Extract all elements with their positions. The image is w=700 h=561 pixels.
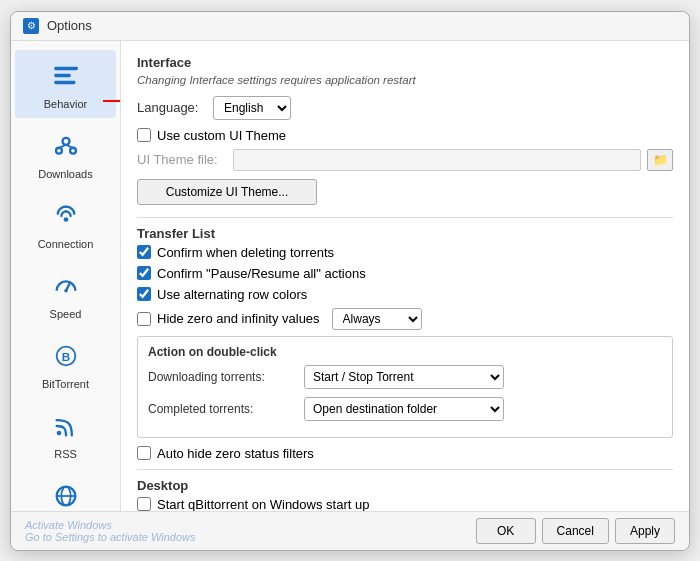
always-select[interactable]: Always Never bbox=[332, 308, 422, 330]
auto-hide-label: Auto hide zero status filters bbox=[157, 446, 314, 461]
confirm-pause-checkbox[interactable] bbox=[137, 266, 151, 280]
sidebar-item-speed[interactable]: Speed bbox=[15, 260, 116, 328]
completed-torrents-label: Completed torrents: bbox=[148, 402, 298, 416]
behavior-icon bbox=[48, 58, 84, 94]
downloading-torrents-row: Downloading torrents: Start / Stop Torre… bbox=[148, 365, 662, 389]
downloading-torrents-label: Downloading torrents: bbox=[148, 370, 298, 384]
ok-button[interactable]: OK bbox=[476, 518, 536, 544]
language-label: Language: bbox=[137, 100, 207, 115]
browse-button[interactable]: 📁 bbox=[647, 149, 673, 171]
auto-hide-row: Auto hide zero status filters bbox=[137, 446, 673, 461]
svg-point-16 bbox=[56, 430, 61, 435]
auto-hide-checkbox[interactable] bbox=[137, 446, 151, 460]
theme-file-label: UI Theme file: bbox=[137, 152, 227, 167]
alt-colors-checkbox[interactable] bbox=[137, 287, 151, 301]
svg-point-11 bbox=[63, 217, 68, 222]
confirm-pause-row: Confirm "Pause/Resume all" actions bbox=[137, 266, 673, 281]
sidebar-label-behavior: Behavior bbox=[44, 98, 87, 110]
sidebar-item-connection[interactable]: Connection bbox=[15, 190, 116, 258]
apply-button[interactable]: Apply bbox=[615, 518, 675, 544]
speed-icon bbox=[48, 268, 84, 304]
confirm-delete-checkbox[interactable] bbox=[137, 245, 151, 259]
sidebar-item-webui[interactable]: Web UI bbox=[15, 470, 116, 511]
sidebar-item-rss[interactable]: RSS bbox=[15, 400, 116, 468]
sidebar-label-speed: Speed bbox=[50, 308, 82, 320]
use-custom-theme-label: Use custom UI Theme bbox=[157, 128, 286, 143]
options-window: ⚙ Options Behavior bbox=[10, 11, 690, 551]
desktop-section-title: Desktop bbox=[137, 478, 673, 493]
svg-point-6 bbox=[62, 137, 69, 144]
sidebar-label-connection: Connection bbox=[38, 238, 94, 250]
svg-point-13 bbox=[64, 288, 68, 292]
sidebar-label-rss: RSS bbox=[54, 448, 77, 460]
customize-theme-button[interactable]: Customize UI Theme... bbox=[137, 179, 317, 205]
bottom-bar: Activate WindowsGo to Settings to activa… bbox=[11, 511, 689, 550]
svg-line-10 bbox=[66, 144, 73, 147]
window-title: Options bbox=[47, 18, 92, 33]
watermark-text: Activate WindowsGo to Settings to activa… bbox=[25, 519, 470, 543]
double-click-section: Action on double-click Downloading torre… bbox=[137, 336, 673, 438]
bittorrent-icon: B bbox=[48, 338, 84, 374]
rss-icon bbox=[48, 408, 84, 444]
confirm-delete-label: Confirm when deleting torrents bbox=[157, 245, 334, 260]
language-select[interactable]: English French German Spanish bbox=[213, 96, 291, 120]
start-on-boot-checkbox[interactable] bbox=[137, 497, 151, 511]
downloads-icon bbox=[48, 128, 84, 164]
svg-text:B: B bbox=[61, 349, 69, 362]
theme-file-row: UI Theme file: 📁 bbox=[137, 149, 673, 171]
interface-section-title: Interface bbox=[137, 55, 673, 70]
theme-file-input[interactable] bbox=[233, 149, 641, 171]
sidebar-item-bittorrent[interactable]: B BitTorrent bbox=[15, 330, 116, 398]
completed-torrents-select[interactable]: Open destination folder Open Show in fol… bbox=[304, 397, 504, 421]
interface-note: Changing Interface settings requires app… bbox=[137, 74, 673, 86]
start-on-boot-label: Start qBittorrent on Windows start up bbox=[157, 497, 369, 511]
titlebar-icon: ⚙ bbox=[23, 18, 39, 34]
sidebar-label-downloads: Downloads bbox=[38, 168, 92, 180]
alt-colors-label: Use alternating row colors bbox=[157, 287, 307, 302]
use-custom-theme-row: Use custom UI Theme bbox=[137, 128, 673, 143]
webui-icon bbox=[48, 478, 84, 511]
downloading-torrents-select[interactable]: Start / Stop Torrent Open Show in folder bbox=[304, 365, 504, 389]
svg-rect-3 bbox=[54, 73, 70, 77]
svg-point-7 bbox=[56, 147, 62, 153]
svg-line-9 bbox=[59, 144, 66, 147]
svg-rect-4 bbox=[54, 80, 75, 84]
sidebar-item-behavior[interactable]: Behavior bbox=[15, 50, 116, 118]
double-click-title: Action on double-click bbox=[148, 345, 662, 359]
connection-icon bbox=[48, 198, 84, 234]
svg-point-8 bbox=[70, 147, 76, 153]
content-area: Behavior Downloads bbox=[11, 41, 689, 511]
sidebar-item-downloads[interactable]: Downloads bbox=[15, 120, 116, 188]
start-on-boot-row: Start qBittorrent on Windows start up bbox=[137, 497, 673, 511]
transfer-list-section-title: Transfer List bbox=[137, 226, 673, 241]
sidebar-label-bittorrent: BitTorrent bbox=[42, 378, 89, 390]
completed-torrents-row: Completed torrents: Open destination fol… bbox=[148, 397, 662, 421]
sidebar: Behavior Downloads bbox=[11, 41, 121, 511]
cancel-button[interactable]: Cancel bbox=[542, 518, 609, 544]
titlebar: ⚙ Options bbox=[11, 12, 689, 41]
alt-colors-row: Use alternating row colors bbox=[137, 287, 673, 302]
hide-zero-label: Hide zero and infinity values bbox=[157, 311, 320, 326]
language-row: Language: English French German Spanish bbox=[137, 96, 673, 120]
hide-zero-row: Hide zero and infinity values Always Nev… bbox=[137, 308, 673, 330]
confirm-pause-label: Confirm "Pause/Resume all" actions bbox=[157, 266, 366, 281]
hide-zero-checkbox[interactable] bbox=[137, 312, 151, 326]
main-panel: Interface Changing Interface settings re… bbox=[121, 41, 689, 511]
confirm-delete-row: Confirm when deleting torrents bbox=[137, 245, 673, 260]
use-custom-theme-checkbox[interactable] bbox=[137, 128, 151, 142]
